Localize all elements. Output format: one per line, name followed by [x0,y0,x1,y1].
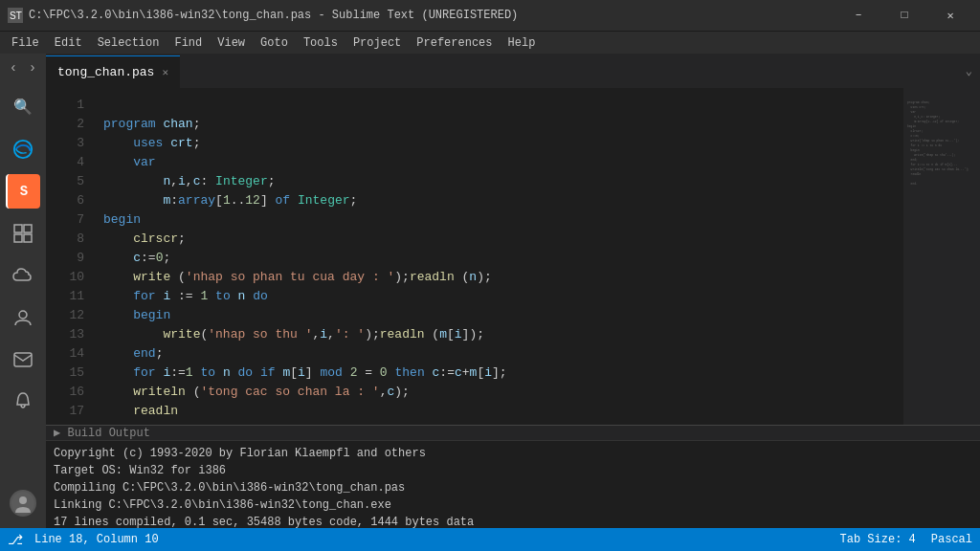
language-indicator[interactable]: Pascal [931,533,972,546]
profile-icon[interactable] [6,300,40,335]
avatar-icon[interactable] [10,490,36,517]
search-icon[interactable]: 🔍 [6,90,40,124]
browser-icon[interactable] [6,132,40,166]
tab-bar: tong_chan.pas ✕ ⌄ [46,54,980,88]
tab-label: tong_chan.pas [57,65,154,79]
menu-help[interactable]: Help [501,34,544,52]
menu-goto[interactable]: Goto [253,34,296,52]
title-text: C:\FPC\3.2.0\bin\i386-win32\tong_chan.pa… [29,9,518,22]
terminal-line-3: Compiling C:\FPC\3.2.0\bin\i386-win32\to… [54,479,972,496]
code-editor: 1 2 3 4 5 6 7 8 9 10 11 12 13 14 15 16 1… [46,88,980,425]
terminal-label: ▶ Build Output [54,426,150,440]
menu-tools[interactable]: Tools [296,34,345,52]
terminal-line-4: Linking C:\FPC\3.2.0\bin\i386-win32\tong… [54,496,972,514]
status-right: Tab Size: 4 Pascal [840,533,972,546]
app-icon: ST [8,8,23,23]
menu-edit[interactable]: Edit [47,34,90,52]
notifications-icon[interactable] [6,385,40,419]
editor-area: tong_chan.pas ✕ ⌄ 1 2 3 4 5 6 7 8 9 10 1… [46,54,980,528]
svg-point-10 [19,496,27,504]
tab-close-button[interactable]: ✕ [162,66,168,78]
activity-bar-bottom [10,490,36,528]
title-bar: ST C:\FPC\3.2.0\bin\i386-win32\tong_chan… [0,0,980,31]
tab-overflow-icon[interactable]: ⌄ [958,64,980,78]
minimize-button[interactable]: – [836,0,880,31]
cloud-icon[interactable] [6,258,40,293]
terminal-line-1: Copyright (c) 1993-2020 by Florian Klaem… [54,445,972,462]
terminal-header: ▶ Build Output [46,426,980,441]
svg-rect-5 [14,234,22,242]
menu-view[interactable]: View [210,34,253,52]
nav-back-icon[interactable]: ‹ [5,57,22,78]
maximize-button[interactable]: □ [882,0,926,31]
terminal-line-5: 17 lines compiled, 0.1 sec, 35488 bytes … [54,514,972,528]
svg-point-7 [19,311,27,319]
svg-rect-8 [14,353,32,366]
status-left: ⎇ Line 18, Column 10 [8,532,159,548]
terminal-line-2: Target OS: Win32 for i386 [54,462,972,479]
title-bar-left: ST C:\FPC\3.2.0\bin\i386-win32\tong_chan… [8,8,518,23]
minimap-content: program chan; uses crt; var n,i,c: Integ… [907,96,976,191]
extensions-icon[interactable] [6,216,40,251]
tab-size-indicator[interactable]: Tab Size: 4 [840,533,916,546]
menu-find[interactable]: Find [167,34,210,52]
main-layout: ‹ › 🔍 S [0,54,980,528]
menu-bar: File Edit Selection Find View Goto Tools… [0,31,980,54]
tab-tong-chan[interactable]: tong_chan.pas ✕ [46,55,180,88]
line-numbers: 1 2 3 4 5 6 7 8 9 10 11 12 13 14 15 16 1… [46,88,92,425]
svg-text:ST: ST [10,11,22,21]
status-position[interactable]: Line 18, Column 10 [34,533,159,546]
code-content[interactable]: program chan; uses crt; var n,i,c: Integ… [92,88,903,425]
nav-forward-icon[interactable]: › [24,57,41,78]
menu-project[interactable]: Project [345,34,409,52]
terminal-panel: ▶ Build Output Copyright (c) 1993-2020 b… [46,425,980,528]
git-branch-icon: ⎇ [8,532,23,548]
sublime-icon[interactable]: S [6,174,40,209]
mail-icon[interactable] [6,342,40,377]
activity-bar: ‹ › 🔍 S [0,54,46,528]
svg-rect-3 [14,225,22,232]
menu-file[interactable]: File [4,34,47,52]
status-bar: ⎇ Line 18, Column 10 Tab Size: 4 Pascal [0,528,980,551]
menu-preferences[interactable]: Preferences [409,34,500,52]
svg-rect-6 [24,234,32,242]
minimap: program chan; uses crt; var n,i,c: Integ… [903,88,980,425]
menu-selection[interactable]: Selection [90,34,167,52]
close-button[interactable]: ✕ [928,0,972,31]
terminal-content[interactable]: Copyright (c) 1993-2020 by Florian Klaem… [46,441,980,528]
svg-rect-4 [24,225,32,232]
window-controls: – □ ✕ [836,0,972,31]
